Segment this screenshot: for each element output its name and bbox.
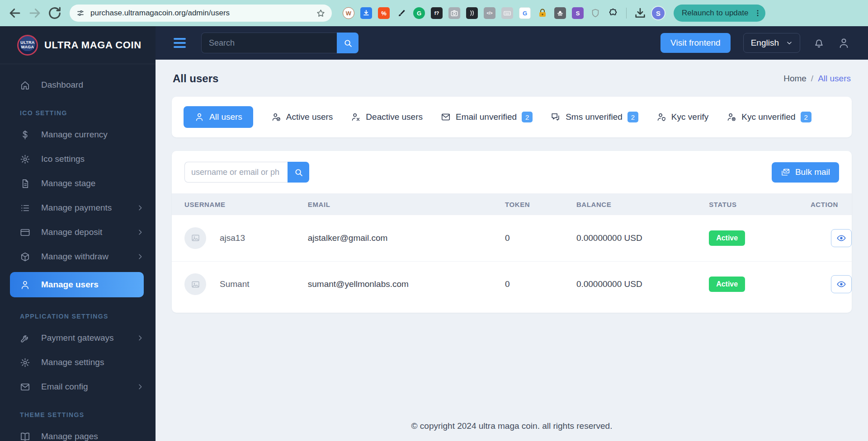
url-text[interactable]: purchase.ultramagacoin.org/admin/users: [90, 9, 311, 18]
user-search-input[interactable]: [184, 162, 288, 183]
sidebar-section-application-settings: APPLICATION SETTINGS: [0, 301, 156, 325]
user-search: [184, 162, 309, 183]
mail-icon: [441, 112, 451, 122]
chevron-right-icon: [137, 204, 144, 211]
visit-frontend-button[interactable]: Visit frontend: [660, 33, 731, 53]
tab-kyc-verify[interactable]: Kyc verify: [656, 112, 708, 122]
stylus-icon[interactable]: S: [572, 7, 584, 19]
back-icon[interactable]: [7, 5, 23, 21]
language-select[interactable]: English: [743, 33, 800, 53]
sidebar-item-manage-withdraw[interactable]: Manage withdraw: [0, 245, 156, 268]
col-email: EMAIL: [308, 193, 505, 215]
tab-sms-unverified[interactable]: Sms unverified 2: [551, 112, 638, 122]
tab-kyc-unverified[interactable]: Kyc unverified 2: [726, 112, 811, 122]
wrench-icon: [20, 333, 30, 343]
grammarly-icon[interactable]: G: [413, 7, 425, 19]
sidebar-item-manage-deposit[interactable]: Manage deposit: [0, 220, 156, 244]
shield-icon[interactable]: [590, 7, 601, 19]
count-badge: 2: [801, 112, 811, 122]
sidebar-item-manage-stage[interactable]: Manage stage: [0, 172, 156, 195]
tab-deactive-users[interactable]: Deactive users: [351, 112, 423, 122]
refresh-icon[interactable]: [47, 5, 62, 21]
sidebar-nav: Dashboard ICO SETTING Manage currency Ic…: [0, 64, 156, 441]
ink-brush-icon[interactable]: [396, 7, 407, 19]
view-user-button[interactable]: [831, 229, 852, 247]
bulk-mail-button[interactable]: Bulk mail: [772, 162, 839, 183]
user-username: ajsa13: [220, 233, 245, 243]
forward-icon[interactable]: [27, 5, 42, 21]
translate-icon[interactable]: G: [519, 7, 531, 19]
user-balance: 0.00000000 USD: [576, 215, 709, 261]
keyboard-icon[interactable]: [501, 7, 513, 19]
address-bar[interactable]: purchase.ultramagacoin.org/admin/users: [70, 5, 332, 22]
mail-icon: [20, 382, 30, 392]
user-avatar: [184, 227, 206, 249]
user-search-button[interactable]: [288, 162, 309, 183]
screenshot-camera-icon[interactable]: [448, 7, 460, 19]
password-lock-icon[interactable]: [537, 7, 548, 19]
eye-icon: [836, 233, 846, 243]
list-icon: [20, 203, 30, 213]
browser-menu-icon[interactable]: [754, 8, 762, 18]
incognito-icon[interactable]: [554, 7, 566, 19]
users-table: USERNAME EMAIL TOKEN BALANCE STATUS ACTI…: [172, 193, 852, 307]
brand-name: ULTRA MAGA COIN: [44, 39, 142, 51]
user-check-icon: [271, 112, 281, 122]
font-finder-icon[interactable]: f?: [431, 7, 443, 19]
sidebar-item-manage-payments[interactable]: Manage payments: [0, 196, 156, 220]
sidebar-item-dashboard[interactable]: Dashboard: [0, 73, 156, 97]
user-balance: 0.00000000 USD: [576, 261, 709, 307]
wave-icon[interactable]: [466, 7, 478, 19]
breadcrumb-home[interactable]: Home: [783, 74, 807, 84]
sidebar-item-manage-settings[interactable]: Manage settings: [0, 351, 156, 374]
sidebar-item-email-config[interactable]: Email config: [0, 375, 156, 399]
sidebar-item-manage-users[interactable]: Manage users: [10, 272, 144, 297]
hamburger-menu-icon[interactable]: [174, 38, 186, 48]
sidebar-item-manage-currency[interactable]: Manage currency: [0, 123, 156, 146]
image-placeholder-icon: [191, 233, 200, 243]
col-token: TOKEN: [505, 193, 576, 215]
relaunch-button[interactable]: Relaunch to update: [674, 5, 765, 22]
downloads-tray-icon[interactable]: [634, 7, 646, 19]
sidebar-item-payment-gateways[interactable]: Payment gateways: [0, 326, 156, 350]
image-placeholder-icon: [191, 280, 200, 289]
sidebar-section-theme-settings: THEME SETTINGS: [0, 399, 156, 424]
sidebar-item-ico-settings[interactable]: Ico settings: [0, 147, 156, 171]
header-search-input[interactable]: [201, 33, 337, 53]
chevron-right-icon: [137, 253, 144, 260]
extensions-puzzle-icon[interactable]: [607, 7, 619, 19]
site-info-icon[interactable]: [76, 9, 85, 18]
table-header-row: USERNAME EMAIL TOKEN BALANCE STATUS ACTI…: [172, 193, 852, 215]
profile-avatar[interactable]: S: [651, 6, 665, 20]
package-icon: [20, 252, 30, 262]
bookmark-star-icon[interactable]: [316, 9, 326, 18]
user-email: ajstalker@gmail.com: [308, 215, 505, 261]
video-downloader-icon[interactable]: [360, 7, 372, 19]
chevron-right-icon: [137, 383, 144, 390]
view-user-button[interactable]: [831, 275, 852, 293]
tab-active-users[interactable]: Active users: [271, 112, 333, 122]
top-header: Visit frontend English: [156, 26, 868, 60]
wordpress-icon[interactable]: W: [343, 7, 354, 19]
col-status: STATUS: [709, 193, 804, 215]
ad-blocker-icon[interactable]: %: [378, 7, 390, 19]
notifications-bell-icon[interactable]: [813, 37, 825, 49]
gear-icon: [20, 357, 30, 368]
credit-card-icon: [20, 227, 30, 238]
header-search-button[interactable]: [337, 33, 359, 53]
brand-badge-icon: ULTRA MAGA: [17, 35, 38, 56]
user-avatar: [184, 273, 206, 295]
tab-all-users[interactable]: All users: [184, 106, 253, 128]
home-icon: [20, 80, 30, 90]
sidebar-item-manage-pages[interactable]: Manage pages: [0, 425, 156, 441]
brand-logo[interactable]: ULTRA MAGA ULTRA MAGA COIN: [0, 26, 156, 64]
code-snippet-icon[interactable]: </>: [484, 7, 495, 19]
col-action: ACTION: [804, 193, 852, 215]
user-x-circle-icon: [726, 112, 736, 122]
chevron-right-icon: [137, 334, 144, 342]
breadcrumb: Home / All users: [783, 74, 851, 84]
header-search: [201, 33, 359, 53]
breadcrumb-current: All users: [818, 74, 851, 84]
tab-email-unverified[interactable]: Email unverified 2: [441, 112, 533, 122]
account-user-icon[interactable]: [838, 37, 850, 49]
